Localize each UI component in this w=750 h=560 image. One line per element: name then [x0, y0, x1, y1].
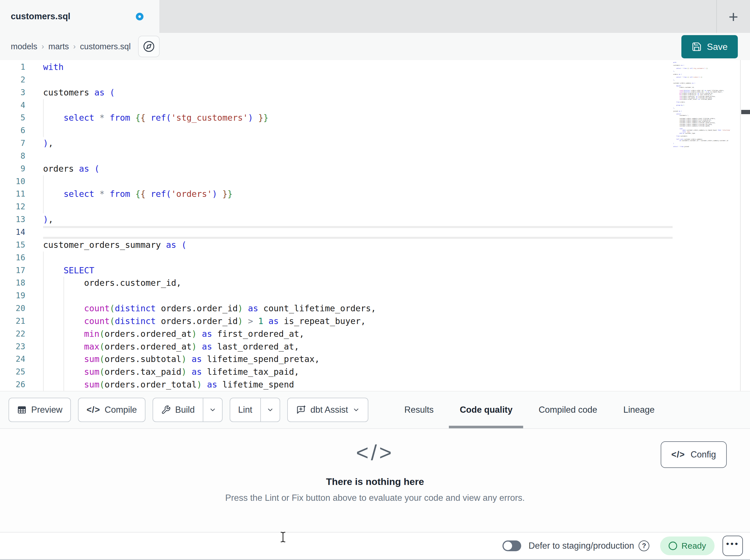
- code-line-22[interactable]: 22 min(orders.ordered_at) as first_order…: [0, 328, 750, 340]
- chevron-down-icon: [267, 406, 274, 414]
- code-line-4[interactable]: 4: [0, 99, 750, 112]
- indent-guide: [63, 277, 64, 290]
- code-text: [43, 201, 673, 213]
- code-text: [43, 175, 673, 188]
- code-line-14[interactable]: 14: [0, 226, 750, 239]
- code-text: count(distinct orders.order_id) > 1 as i…: [43, 315, 673, 328]
- line-number: 17: [0, 264, 33, 277]
- lint-button[interactable]: Lint: [230, 398, 260, 421]
- code-brackets-icon: </>: [356, 440, 394, 465]
- line-number: 12: [0, 201, 33, 213]
- line-number: 23: [0, 340, 33, 353]
- code-line-8[interactable]: 8: [0, 150, 750, 163]
- code-line-15[interactable]: 15customer_orders_summary as (: [0, 239, 750, 251]
- breadcrumb-separator: ›: [42, 42, 44, 51]
- file-tab-title: customers.sql: [11, 11, 70, 22]
- code-line-24[interactable]: 24 sum(orders.subtotal) as lifetime_spen…: [0, 353, 750, 366]
- new-tab-button[interactable]: +: [716, 0, 750, 33]
- code-line-6[interactable]: 6: [0, 124, 750, 137]
- editor-scrollbar[interactable]: [740, 60, 750, 391]
- build-dropdown-button[interactable]: [203, 398, 222, 421]
- code-icon: </>: [671, 450, 685, 460]
- code-line-10[interactable]: 10: [0, 175, 750, 188]
- indent-guide: [43, 188, 44, 201]
- indent-guide: [43, 201, 44, 213]
- breadcrumb-file[interactable]: customers.sql: [80, 42, 131, 51]
- indent-guide: [63, 340, 64, 353]
- code-line-16[interactable]: 16: [0, 251, 750, 264]
- indent-guide: [63, 366, 64, 378]
- line-number: 8: [0, 150, 33, 163]
- code-line-25[interactable]: 25 sum(orders.tax_paid) as lifetime_tax_…: [0, 366, 750, 378]
- compile-button[interactable]: </> Compile: [78, 398, 145, 422]
- lint-dropdown-button[interactable]: [260, 398, 280, 421]
- code-line-3[interactable]: 3customers as (: [0, 86, 750, 99]
- code-line-11[interactable]: 11 select * from {{ ref('orders') }}: [0, 188, 750, 201]
- code-line-2[interactable]: 2: [0, 74, 750, 86]
- minimap[interactable]: with customers as ( select * from {{ ref…: [673, 62, 725, 147]
- empty-state-subtitle: Press the Lint or Fix button above to ev…: [225, 493, 525, 503]
- breadcrumb-marts[interactable]: marts: [48, 42, 69, 51]
- line-number: 15: [0, 239, 33, 251]
- line-number: 22: [0, 328, 33, 340]
- line-number: 11: [0, 188, 33, 201]
- code-line-1[interactable]: 1with: [0, 61, 750, 74]
- tab-compiled-code[interactable]: Compiled code: [526, 392, 610, 428]
- compass-icon: [143, 41, 155, 53]
- line-number: 10: [0, 175, 33, 188]
- indent-guide: [43, 340, 44, 353]
- line-number: 19: [0, 290, 33, 302]
- config-button[interactable]: </> Config: [661, 441, 727, 468]
- defer-label: Defer to staging/production: [529, 541, 634, 551]
- breadcrumb-separator: ›: [73, 42, 76, 51]
- code-line-17[interactable]: 17 SELECT: [0, 264, 750, 277]
- tab-results[interactable]: Results: [391, 392, 447, 428]
- chevron-down-icon: [209, 406, 216, 414]
- line-number: 2: [0, 74, 33, 86]
- save-button[interactable]: Save: [682, 35, 738, 58]
- line-number: 13: [0, 213, 33, 226]
- line-number: 25: [0, 366, 33, 378]
- code-text: orders as (: [43, 163, 673, 175]
- tab-code-quality[interactable]: Code quality: [447, 392, 526, 428]
- code-line-23[interactable]: 23 max(orders.ordered_at) as last_ordere…: [0, 340, 750, 353]
- dbt-assist-button[interactable]: dbt Assist: [287, 398, 369, 422]
- minimap-code: with customers as ( select * from {{ ref…: [673, 62, 725, 147]
- code-line-20[interactable]: 20 count(distinct orders.order_id) as co…: [0, 302, 750, 315]
- more-options-button[interactable]: •••: [723, 536, 743, 556]
- defer-toggle[interactable]: [502, 540, 521, 551]
- preview-button-label: Preview: [31, 405, 62, 415]
- scrollbar-thumb[interactable]: [741, 110, 750, 114]
- code-text: customer_orders_summary as (: [43, 239, 673, 251]
- compile-button-label: Compile: [105, 405, 137, 415]
- code-text: SELECT: [43, 264, 673, 277]
- file-tab-customers-sql[interactable]: customers.sql: [0, 0, 159, 33]
- code-line-7[interactable]: 7),: [0, 137, 750, 150]
- preview-button[interactable]: Preview: [8, 398, 71, 422]
- help-icon[interactable]: ?: [638, 540, 649, 551]
- indent-guide: [63, 302, 64, 315]
- code-line-21[interactable]: 21 count(distinct orders.order_id) > 1 a…: [0, 315, 750, 328]
- ready-label: Ready: [682, 541, 706, 551]
- build-button[interactable]: Build: [153, 398, 203, 421]
- code-line-9[interactable]: 9orders as (: [0, 163, 750, 175]
- code-line-12[interactable]: 12: [0, 201, 750, 213]
- code-line-13[interactable]: 13),: [0, 213, 750, 226]
- empty-state-title: There is nothing here: [326, 476, 424, 487]
- code-editor[interactable]: 1with23customers as (45 select * from {{…: [0, 60, 750, 391]
- open-in-explorer-button[interactable]: [138, 36, 160, 57]
- editor-toolbar: Preview </> Compile Build Lint dbt Assis…: [0, 391, 750, 428]
- indent-guide: [43, 378, 44, 391]
- line-number: 9: [0, 163, 33, 175]
- code-line-26[interactable]: 26 sum(orders.order_total) as lifetime_s…: [0, 378, 750, 391]
- line-number: 1: [0, 61, 33, 74]
- breadcrumb-row: models › marts › customers.sql Save: [0, 33, 750, 60]
- line-number: 20: [0, 302, 33, 315]
- breadcrumb-models[interactable]: models: [11, 42, 37, 51]
- code-line-19[interactable]: 19: [0, 290, 750, 302]
- code-line-5[interactable]: 5 select * from {{ ref('stg_customers') …: [0, 111, 750, 124]
- tab-lineage[interactable]: Lineage: [610, 392, 668, 428]
- code-line-18[interactable]: 18 orders.customer_id,: [0, 277, 750, 290]
- indent-guide: [43, 124, 44, 137]
- code-text: ),: [43, 213, 673, 226]
